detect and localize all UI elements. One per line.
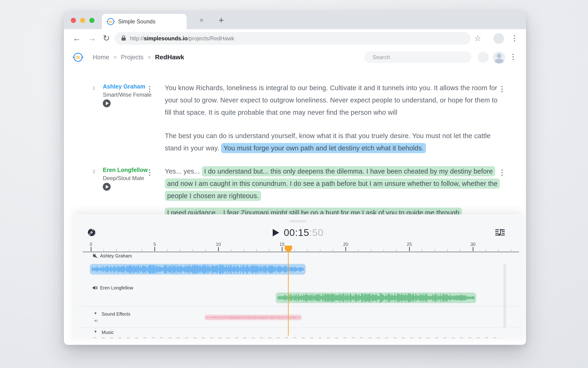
audio-clip-pink[interactable] (204, 315, 302, 320)
speaker-on-icon[interactable] (92, 285, 98, 291)
breadcrumb-item-redhawk[interactable]: RedHawk (155, 54, 184, 61)
app-favicon-icon: |S| (106, 17, 115, 26)
ruler-tick (307, 249, 308, 251)
timeline-bottom-ticks (94, 337, 501, 338)
script-paragraph[interactable]: Yes... yes... I do understand but... thi… (165, 165, 500, 202)
ruler-tick (282, 247, 282, 251)
ruler-tick (193, 249, 193, 251)
back-icon[interactable]: ← (73, 29, 81, 47)
lane-divider (77, 306, 519, 307)
search-input[interactable] (372, 54, 461, 61)
bookmark-star-icon[interactable]: ☆ (474, 29, 481, 47)
script-paragraph[interactable]: The best you can do is understand yourse… (165, 130, 500, 154)
audio-clip-blue[interactable] (90, 264, 306, 275)
ruler-tick (167, 249, 168, 251)
header-ghost-circle (478, 52, 489, 63)
forward-icon[interactable]: → (88, 29, 96, 47)
ruler-tick (154, 247, 155, 251)
track-label: Sound Effects (102, 312, 130, 317)
ruler-label-5: 5 (148, 242, 162, 247)
speaker-muted-icon[interactable] (92, 253, 98, 259)
search-box[interactable] (364, 51, 471, 63)
ruler-tick (435, 249, 435, 251)
block-number: 2 (93, 169, 95, 174)
ruler-tick (244, 249, 244, 251)
breadcrumb-item-home[interactable]: Home (93, 54, 109, 61)
script-paragraph[interactable]: You know Richards, loneliness is integra… (165, 82, 500, 119)
url-text: http://simplesounds.io/projects/RedHawk (130, 35, 234, 42)
ruler-tick (91, 247, 91, 251)
ruler-tick (116, 249, 117, 251)
new-tab-icon[interactable]: + (219, 11, 224, 29)
block-options-kebab-icon[interactable] (149, 86, 150, 92)
audio-clip-green[interactable] (276, 293, 476, 303)
block-more-kebab-icon[interactable] (501, 169, 503, 176)
speaker-voice-type: Smart/Wise Female (103, 92, 152, 98)
breadcrumb-separator-icon: > (148, 54, 151, 61)
collapse-triangle-icon[interactable]: ▼ (94, 311, 97, 315)
user-avatar[interactable] (493, 51, 505, 64)
ruler-label-25: 25 (402, 242, 416, 247)
ruler-tick (358, 249, 359, 251)
speaker-name[interactable]: Ashley Graham (103, 83, 145, 90)
ruler-tick (473, 247, 474, 251)
collapse-triangle-icon[interactable]: ▼ (94, 330, 97, 333)
track-label: Music (102, 330, 114, 335)
ruler-tick (422, 249, 422, 251)
breadcrumb: Home>Projects>RedHawk (93, 48, 184, 67)
reload-icon[interactable]: ↻ (103, 29, 110, 47)
ruler-tick (256, 249, 257, 251)
timeline-panel: 00:15:50 051015202530 Ashley GrahamEren … (74, 214, 522, 345)
ruler-tick (205, 249, 206, 251)
browser-window: |S| Simple Sounds × + ← → ↻ http://sim (64, 11, 526, 345)
close-window-traffic-light[interactable] (71, 18, 76, 23)
block-number: 1 (93, 85, 95, 91)
browser-address-bar: ← → ↻ http://simplesounds.io/projects/Re… (64, 29, 526, 48)
ruler-tick (104, 249, 104, 251)
ruler-tick (142, 249, 142, 251)
url-bar[interactable]: http://simplesounds.io/projects/RedHawk (114, 32, 471, 45)
lock-icon (121, 35, 126, 42)
speaker-voice-type: Deep/Stout Male (103, 175, 144, 182)
sub-speaker-icon[interactable] (94, 319, 98, 323)
speaker-name[interactable]: Eren Longfellow (103, 167, 148, 173)
script-text[interactable]: You know Richards, loneliness is integra… (165, 84, 498, 116)
browser-menu-kebab-icon[interactable] (514, 35, 515, 41)
tab-close-icon[interactable]: × (200, 11, 204, 29)
app-header: |S| Home>Projects>RedHawk (64, 48, 526, 68)
browser-tab[interactable]: |S| Simple Sounds (102, 14, 187, 29)
browser-profile-avatar[interactable] (493, 33, 504, 44)
ruler-tick (409, 247, 410, 251)
block-more-kebab-icon[interactable] (501, 86, 503, 92)
ruler-tick (333, 249, 333, 251)
app-logo-icon[interactable]: |S| (73, 52, 83, 63)
ruler-label-30: 30 (466, 242, 480, 247)
script-text[interactable]: Yes... yes... (165, 167, 202, 175)
block-options-kebab-icon[interactable] (149, 169, 150, 176)
svg-text:|S|: |S| (109, 20, 113, 23)
maximize-window-traffic-light[interactable] (89, 18, 95, 23)
desktop-background: |S| Simple Sounds × + ← → ↻ http://sim (0, 0, 588, 368)
speaker-play-button[interactable] (103, 183, 111, 191)
ruler-tick (269, 249, 270, 251)
timeline-scrollbar[interactable] (503, 264, 506, 328)
browser-tab-strip: |S| Simple Sounds × + (64, 11, 526, 29)
breadcrumb-separator-icon: > (114, 54, 117, 61)
tab-title: Simple Sounds (118, 14, 155, 29)
highlighted-text-green[interactable]: I do understand but... this only deepens… (165, 166, 500, 201)
track-label: Eren Longfellow (100, 285, 133, 291)
ruler-label-20: 20 (339, 242, 352, 247)
ruler-tick (498, 249, 499, 251)
breadcrumb-item-projects[interactable]: Projects (121, 54, 143, 61)
minimize-window-traffic-light[interactable] (80, 18, 85, 23)
highlighted-text-blue[interactable]: You must forge your own path and let des… (221, 143, 426, 153)
header-menu-kebab-icon[interactable] (513, 54, 514, 60)
ruler-tick (511, 249, 511, 251)
ruler-tick (218, 247, 219, 251)
ruler-tick (345, 247, 346, 251)
ruler-baseline (83, 252, 519, 252)
lane-divider (77, 327, 519, 328)
svg-text:|S|: |S| (75, 55, 80, 60)
speaker-play-button[interactable] (103, 99, 111, 107)
timeline-ruler[interactable]: 051015202530 (74, 214, 522, 254)
